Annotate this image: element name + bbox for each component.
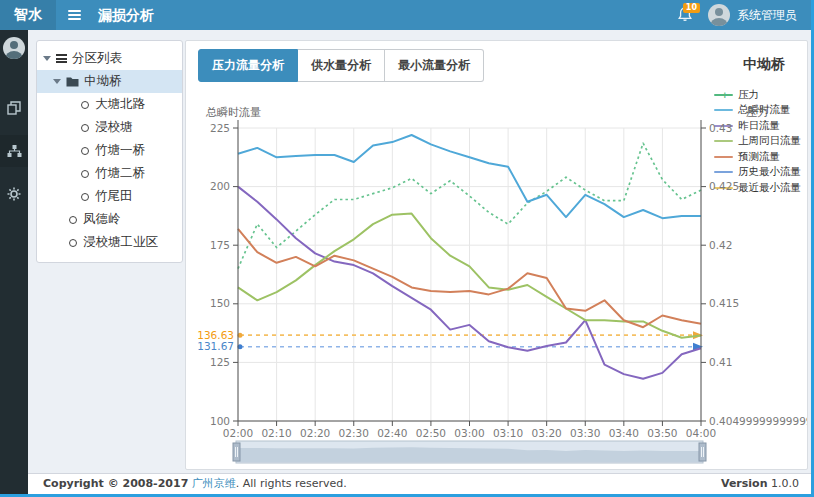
page-title: 中坳桥 [743,56,785,74]
caret-down-icon [53,79,61,84]
x-axis-tick: 03:30 [570,427,600,439]
rights-text: . All rights reserved. [236,477,347,490]
tree-item[interactable]: 浸校塘 [37,116,182,139]
left-axis-tick: 225 [210,122,230,134]
tree-item[interactable]: 凤德岭 [37,208,182,231]
copyright-text: Copyright © 2008-2017 [43,477,188,490]
circle-icon [81,124,89,132]
gear-icon[interactable] [0,178,28,210]
right-axis-tick: 0.40499999999999995 [709,415,808,427]
user-name: 系统管理员 [737,7,797,24]
x-axis-tick: 03:40 [609,427,639,439]
tree-item[interactable]: 大塘北路 [37,93,182,116]
tree-root-partition-list[interactable]: 分区列表 [37,47,182,70]
user-avatar [708,4,730,26]
analysis-tabs: 压力流量分析供水量分析最小流量分析 [198,49,484,82]
right-axis-tick: 0.42 [709,239,732,251]
footer: Copyright © 2008-2017 广州京维. All rights r… [28,473,811,494]
tree-item-label: 中坳桥 [84,73,122,90]
x-axis-tick: 03:10 [493,427,523,439]
left-axis-tick: 100 [210,415,230,427]
circle-icon [81,193,89,201]
content-area: 分区列表中坳桥大塘北路浸校塘竹塘一桥竹塘二桥竹尾田凤德岭浸校塘工业区 压力流量分… [28,30,811,473]
x-axis-tick: 03:50 [647,427,677,439]
left-axis-tick: 150 [210,297,230,309]
sitemap-icon[interactable] [0,135,28,167]
right-axis-tick: 0.425 [709,180,739,192]
x-axis-tick: 02:30 [339,427,369,439]
page-heading: 漏损分析 [98,0,154,30]
tree-item[interactable]: 竹塘一桥 [37,139,182,162]
tree-item[interactable]: 竹塘二桥 [37,162,182,185]
tab-供水量分析[interactable]: 供水量分析 [298,49,385,82]
copy-icon[interactable] [0,92,28,124]
x-axis-tick: 04:00 [686,427,716,439]
notification-badge: 10 [683,3,700,13]
line-chart: 总瞬时流量压力136.63131.671001251501752002250.4… [186,86,808,470]
notifications-button[interactable]: 10 [674,4,696,26]
tree-item[interactable]: 中坳桥 [37,70,182,93]
tree-item-label: 凤德岭 [83,211,121,228]
tree-item-label: 大塘北路 [95,96,145,113]
circle-icon [81,147,89,155]
zone-tree-panel: 分区列表中坳桥大塘北路浸校塘竹塘一桥竹塘二桥竹尾田凤德岭浸校塘工业区 [36,40,183,263]
right-axis-tick: 0.43 [709,122,732,134]
markline-label-最近最小流量: 136.63 [197,329,234,341]
app-logo[interactable]: 智水 [0,0,56,30]
version-text: Version 1.0.0 [721,474,799,494]
circle-icon [69,216,77,224]
right-axis-tick: 0.41 [709,356,732,368]
circle-icon [81,170,89,178]
sidebar-toggle-icon[interactable] [56,0,92,30]
company-link[interactable]: 广州京维 [192,477,236,490]
list-icon [56,54,67,63]
x-axis-tick: 02:40 [377,427,407,439]
folder-icon [66,76,79,87]
tree-root-label: 分区列表 [72,50,122,67]
app-window: 智水 漏损分析 10 系统管理员 [0,0,811,494]
datazoom-handle-right[interactable] [699,443,706,461]
tree-item-label: 浸校塘工业区 [83,234,158,251]
tree-item-label: 竹尾田 [95,188,133,205]
tree-item-label: 竹塘一桥 [95,142,145,159]
tree-item-label: 浸校塘 [95,119,133,136]
caret-down-icon [43,56,51,61]
right-axis-name: 压力 [746,106,768,119]
x-axis-tick: 02:10 [261,427,291,439]
analysis-panel: 压力流量分析供水量分析最小流量分析 中坳桥 +压力总瞬时流量昨日流量上周同日流量… [185,40,808,470]
tab-最小流量分析[interactable]: 最小流量分析 [385,49,484,82]
left-axis-tick: 125 [210,356,230,368]
mini-sidebar [0,30,28,494]
left-axis-tick: 200 [210,180,230,192]
chart-canvas: 总瞬时流量压力136.63131.671001251501752002250.4… [186,86,808,470]
tab-压力流量分析[interactable]: 压力流量分析 [198,49,298,82]
x-axis-tick: 03:00 [454,427,484,439]
circle-icon [81,101,89,109]
user-menu[interactable]: 系统管理员 [708,4,797,26]
x-axis-tick: 03:20 [532,427,562,439]
datazoom-handle-left[interactable] [233,443,240,461]
tree-item[interactable]: 竹尾田 [37,185,182,208]
right-axis-tick: 0.415 [709,297,739,309]
top-navbar: 智水 漏损分析 10 系统管理员 [0,0,811,30]
x-axis-tick: 02:00 [223,427,253,439]
left-axis-tick: 175 [210,239,230,251]
tree-item-label: 竹塘二桥 [95,165,145,182]
circle-icon [69,239,77,247]
tree-item[interactable]: 浸校塘工业区 [37,231,182,254]
left-axis-name: 总瞬时流量 [205,106,261,119]
x-axis-tick: 02:20 [300,427,330,439]
header-right: 10 系统管理员 [674,0,811,30]
markline-label-历史最小流量: 131.67 [197,340,234,352]
x-axis-tick: 02:50 [416,427,446,439]
sidebar-avatar[interactable] [3,37,25,59]
